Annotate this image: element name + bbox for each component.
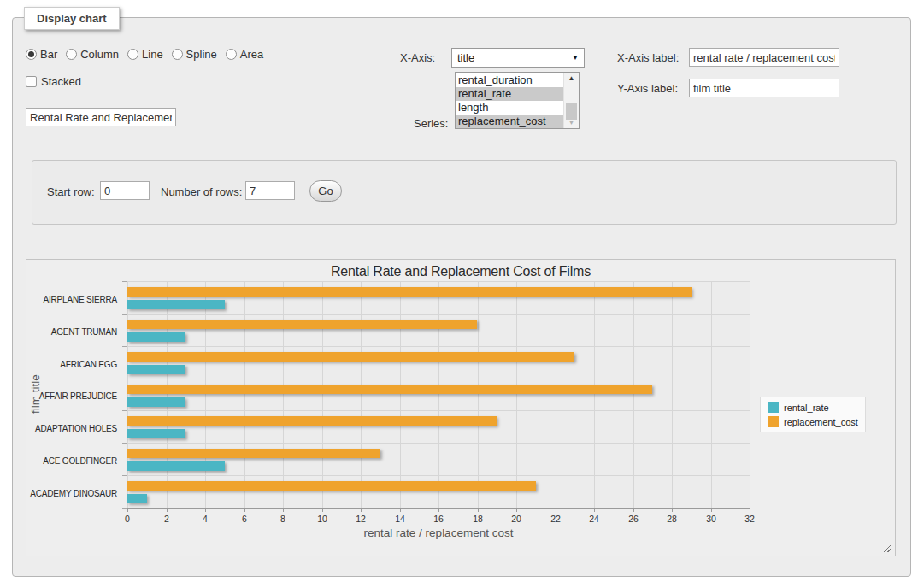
x-tick-label: 4	[203, 514, 208, 524]
stacked-label: Stacked	[41, 75, 81, 88]
bar-rental_rate	[127, 429, 185, 438]
gridline	[633, 281, 634, 508]
x-axis-select[interactable]: title ▼	[451, 48, 585, 68]
category-label: AFFAIR PREJUDICE	[39, 391, 117, 401]
legend-item-rental-rate[interactable]: rental_rate	[768, 402, 858, 413]
scrollbar-thumb[interactable]	[566, 103, 577, 120]
series-list-scrollbar[interactable]: ▲ ▼	[563, 73, 579, 128]
x-axis-tick	[711, 509, 712, 512]
bar-rental_rate	[127, 461, 225, 471]
radio-area-label: Area	[240, 48, 263, 61]
rental-rate-swatch-icon	[768, 402, 779, 413]
radio-spline[interactable]: Spline	[172, 48, 217, 61]
gridline	[478, 281, 479, 508]
bar-replacement_cost	[127, 416, 497, 426]
chart-container: Rental Rate and Replacement Cost of Film…	[26, 259, 896, 556]
series-option-rental-rate[interactable]: rental_rate	[456, 87, 563, 101]
radio-bar-label: Bar	[40, 48, 57, 61]
page: Display chart Bar Column Line Spline Are…	[0, 0, 924, 582]
x-axis-tick	[478, 509, 479, 512]
start-row-input[interactable]	[100, 181, 150, 200]
number-of-rows-input[interactable]	[245, 181, 295, 200]
y-axis-title: film title	[29, 374, 42, 414]
x-tick-label: 2	[164, 514, 169, 524]
y-axis-tick	[122, 443, 127, 444]
radio-line-control	[127, 49, 138, 60]
x-axis-label-label: X-Axis label:	[617, 51, 679, 64]
x-axis-tick	[672, 509, 673, 512]
bar-replacement_cost	[127, 449, 380, 458]
gridline	[711, 281, 712, 508]
series-multiselect[interactable]: rental_duration rental_rate length repla…	[455, 72, 580, 129]
radio-area[interactable]: Area	[226, 48, 263, 61]
radio-line[interactable]: Line	[127, 48, 163, 61]
bar-rental_rate	[127, 494, 147, 503]
x-axis-tick	[633, 509, 634, 512]
x-tick-label: 18	[473, 514, 483, 524]
series-option-replacement-cost[interactable]: replacement_cost	[456, 115, 563, 128]
x-tick-label: 10	[317, 514, 327, 524]
band-separator	[127, 346, 750, 347]
x-tick-label: 16	[433, 514, 444, 524]
y-axis-tick	[122, 281, 127, 282]
gridline	[556, 281, 556, 508]
dropdown-arrow-icon: ▼	[572, 54, 579, 62]
x-tick-label: 14	[395, 514, 405, 524]
bar-replacement_cost	[127, 385, 652, 394]
category-label: AGENT TRUMAN	[51, 327, 117, 337]
x-tick-label: 20	[511, 514, 521, 524]
series-option-rental-duration[interactable]: rental_duration	[456, 73, 563, 87]
radio-spline-control	[172, 49, 183, 60]
x-axis-tick	[400, 509, 401, 512]
scrollbar-down-icon[interactable]: ▼	[564, 119, 579, 126]
bar-replacement_cost	[127, 320, 477, 329]
resize-grip-icon[interactable]	[882, 544, 891, 552]
x-axis-tick	[283, 509, 284, 512]
x-axis-label-input[interactable]	[689, 48, 839, 67]
radio-column[interactable]: Column	[66, 48, 119, 61]
radio-spline-label: Spline	[186, 48, 217, 61]
chart-title-input[interactable]	[26, 108, 176, 126]
y-axis-tick	[122, 346, 127, 347]
band-separator	[127, 314, 750, 315]
band-separator	[127, 443, 750, 444]
radio-column-control	[66, 49, 77, 60]
panel-legend: Display chart	[24, 7, 120, 30]
bar-replacement_cost	[127, 352, 574, 362]
gridline	[283, 281, 284, 508]
x-axis-tick	[556, 509, 556, 512]
x-axis-tick	[594, 509, 595, 512]
x-tick-label: 24	[589, 514, 599, 524]
radio-bar[interactable]: Bar	[26, 48, 57, 61]
gridline	[322, 281, 323, 508]
y-axis-tick	[122, 314, 127, 315]
band-separator	[127, 410, 750, 411]
go-button[interactable]: Go	[309, 180, 342, 202]
y-axis-tick	[122, 379, 127, 379]
gridline	[438, 281, 439, 508]
bar-rental_rate	[127, 365, 185, 374]
y-axis-tick	[122, 475, 127, 476]
x-tick-label: 22	[550, 514, 561, 524]
series-select-label: Series:	[414, 117, 448, 130]
chart-legend: rental_rate replacement_cost	[760, 397, 866, 432]
x-axis-tick	[127, 509, 128, 512]
x-axis-tick	[361, 509, 362, 512]
series-option-length[interactable]: length	[456, 101, 563, 115]
category-label: ACADEMY DINOSAUR	[30, 489, 117, 498]
radio-bar-control	[26, 49, 37, 60]
x-axis-tick	[205, 509, 206, 512]
gridline	[750, 281, 750, 508]
y-axis-label-input[interactable]	[689, 79, 839, 97]
stacked-checkbox-control	[26, 76, 37, 87]
x-tick-label: 32	[744, 514, 755, 524]
stacked-checkbox[interactable]: Stacked	[26, 75, 81, 88]
gridline	[205, 281, 206, 508]
gridline	[594, 281, 595, 508]
x-axis-selected-value: title	[457, 51, 474, 64]
category-label: AIRPLANE SIERRA	[44, 295, 117, 304]
scrollbar-up-icon[interactable]: ▲	[564, 74, 579, 82]
x-tick-label: 12	[356, 514, 366, 524]
bar-replacement_cost	[127, 481, 536, 491]
legend-item-replacement-cost[interactable]: replacement_cost	[768, 416, 858, 427]
